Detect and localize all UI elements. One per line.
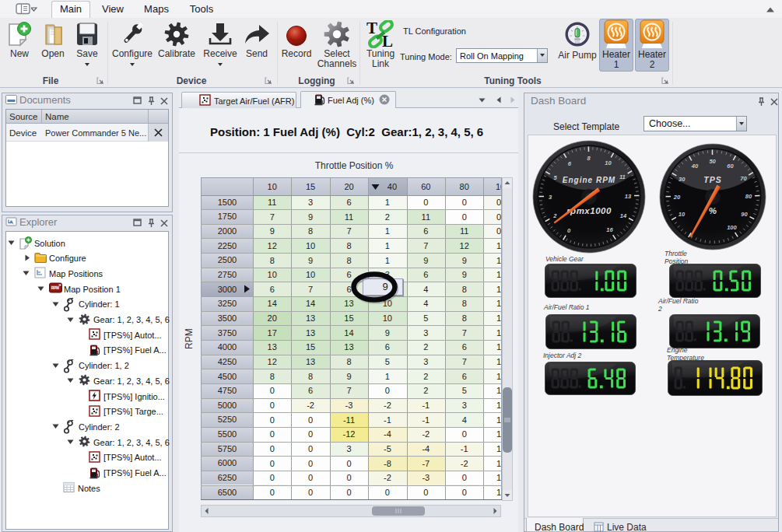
svg-text:30: 30 [679,176,686,183]
svg-text:%: % [709,206,717,215]
svg-text:11: 11 [619,173,626,180]
svg-text:90: 90 [741,211,748,218]
svg-text:Engine RPM: Engine RPM [563,176,615,184]
svg-text:16: 16 [606,226,613,233]
svg-text:TPS: TPS [703,175,721,184]
svg-text:80: 80 [745,193,752,200]
svg-text:13: 13 [625,193,632,200]
svg-text:100: 100 [727,224,737,231]
svg-text:14: 14 [620,212,627,219]
svg-text:40: 40 [691,163,699,170]
svg-text:T: T [366,20,377,37]
svg-text:RPM: RPM [51,286,59,290]
svg-text:60: 60 [727,163,734,170]
svg-text:70: 70 [740,175,747,182]
svg-text:10: 10 [679,211,686,218]
svg-text:10: 10 [605,159,612,166]
svg-text:PSI: PSI [575,41,580,44]
svg-text:50: 50 [709,158,716,165]
svg-text:2: 2 [552,212,557,219]
svg-text:20: 20 [673,194,681,201]
